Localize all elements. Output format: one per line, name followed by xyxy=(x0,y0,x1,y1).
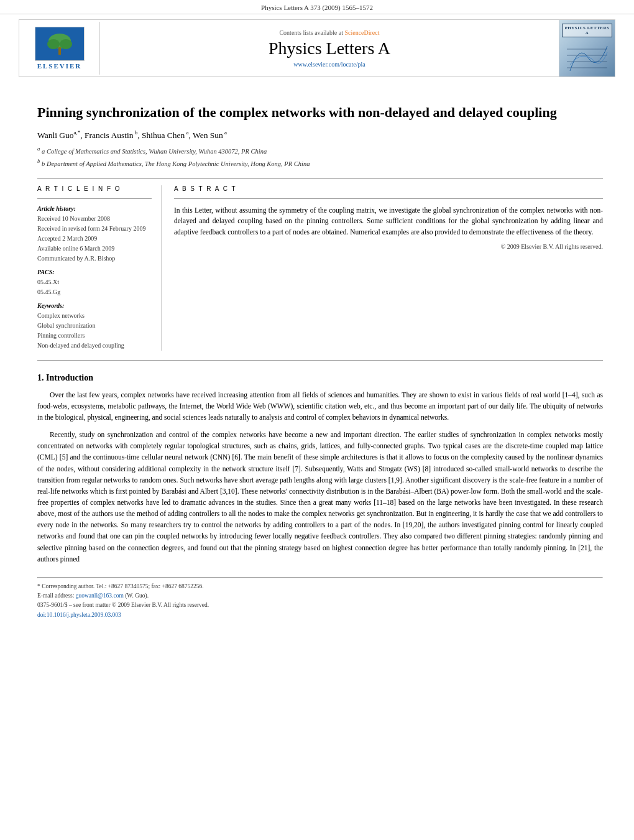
author-sup-a: a,* xyxy=(74,129,81,136)
journal-title-section: Contents lists available at ScienceDirec… xyxy=(100,23,559,74)
elsevier-logo-section: ELSEVIER xyxy=(19,22,100,75)
communicated: Communicated by A.R. Bishop xyxy=(37,254,152,264)
author-sup-a2: a xyxy=(185,129,188,136)
footnote-doi: doi:10.1016/j.physleta.2009.03.003 xyxy=(37,611,603,620)
journal-url[interactable]: www.elsevier.com/locate/pla xyxy=(106,61,553,68)
section1-para2: Recently, study on synchronization and c… xyxy=(37,429,603,565)
section-divider xyxy=(37,360,603,361)
journal-title: Physics Letters A xyxy=(106,39,553,58)
pacs1: 05.45.Xt xyxy=(37,277,152,287)
article-info-column: A R T I C L E I N F O Article history: R… xyxy=(37,185,162,351)
authors: Wanli Guoa,*, Francis Austin b, Shihua C… xyxy=(37,129,603,141)
footnote-star: * Corresponding author. Tel.: +8627 8734… xyxy=(37,582,603,591)
author-wen: Wen Sun xyxy=(193,130,223,139)
kw1: Complex networks xyxy=(37,311,152,321)
footnote-email: E-mail address: guowanli@163.com (W. Guo… xyxy=(37,591,603,601)
sciencedirect-label: Contents lists available at ScienceDirec… xyxy=(106,29,553,36)
abstract-column: A B S T R A C T In this Letter, without … xyxy=(174,185,603,351)
available-date: Available online 6 March 2009 xyxy=(37,244,152,254)
journal-cover-image: PHYSICS LETTERS A xyxy=(559,20,615,76)
author-francis: Francis Austin xyxy=(85,130,133,139)
sup-b: b xyxy=(37,158,40,164)
author-shihua: Shihua Chen xyxy=(142,130,185,139)
revised-date: Received in revised form 24 February 200… xyxy=(37,224,152,234)
sciencedirect-link[interactable]: ScienceDirect xyxy=(344,29,379,36)
kw4: Non-delayed and delayed coupling xyxy=(37,341,152,351)
affiliation-a: a a College of Mathematics and Statistic… xyxy=(37,145,603,156)
svg-point-2 xyxy=(47,39,60,49)
doi-link[interactable]: doi:10.1016/j.physleta.2009.03.003 xyxy=(37,612,121,618)
kw3: Pinning controllers xyxy=(37,331,152,341)
section1-para1: Over the last few years, complex network… xyxy=(37,389,603,423)
citation-bar: Physics Letters A 373 (2009) 1565–1572 xyxy=(0,0,634,14)
copyright: © 2009 Elsevier B.V. All rights reserved… xyxy=(174,243,603,250)
author-wanli: Wanli Guo xyxy=(37,130,74,139)
footnote-issn: 0375-9601/$ – see front matter © 2009 El… xyxy=(37,601,603,610)
received-date: Received 10 November 2008 xyxy=(37,214,152,224)
elsevier-logo-image xyxy=(35,27,85,61)
sup-a: a xyxy=(37,145,40,152)
email-name: (W. Guo). xyxy=(125,593,149,599)
author-sup-a3: a xyxy=(223,129,227,136)
info-divider xyxy=(37,198,152,199)
journal-header: ELSEVIER Contents lists available at Sci… xyxy=(19,19,615,77)
svg-rect-4 xyxy=(58,47,61,55)
section1-heading: 1. Introduction xyxy=(37,373,603,383)
abstract-header: A B S T R A C T xyxy=(174,185,603,192)
article-title: Pinning synchronization of the complex n… xyxy=(37,104,603,122)
article-info-header: A R T I C L E I N F O xyxy=(37,185,152,192)
article-info-abstract: A R T I C L E I N F O Article history: R… xyxy=(37,185,603,351)
footnote-divider xyxy=(37,577,603,578)
main-content: Pinning synchronization of the complex n… xyxy=(0,82,634,632)
citation-text: Physics Letters A 373 (2009) 1565–1572 xyxy=(261,4,373,11)
pacs-title: PACS: xyxy=(37,269,152,275)
history-title: Article history: xyxy=(37,205,152,212)
elsevier-logo: ELSEVIER xyxy=(35,27,85,70)
abstract-divider xyxy=(174,198,603,199)
email-link[interactable]: guowanli@163.com xyxy=(76,593,124,599)
svg-point-3 xyxy=(60,39,72,49)
pacs2: 05.45.Gg xyxy=(37,287,152,297)
kw2: Global synchronization xyxy=(37,321,152,331)
abstract-text: In this Letter, without assuming the sym… xyxy=(174,205,603,238)
journal-cover-section: PHYSICS LETTERS A xyxy=(559,20,615,76)
affiliations: a a College of Mathematics and Statistic… xyxy=(37,145,603,169)
elsevier-wordmark: ELSEVIER xyxy=(37,62,82,70)
header-divider xyxy=(37,178,603,179)
author-sup-b: b xyxy=(133,129,137,136)
affiliation-b: b b Department of Applied Mathematics, T… xyxy=(37,157,603,168)
accepted-date: Accepted 2 March 2009 xyxy=(37,234,152,244)
keywords-title: Keywords: xyxy=(37,302,152,309)
cover-title: PHYSICS LETTERS A xyxy=(562,24,612,37)
